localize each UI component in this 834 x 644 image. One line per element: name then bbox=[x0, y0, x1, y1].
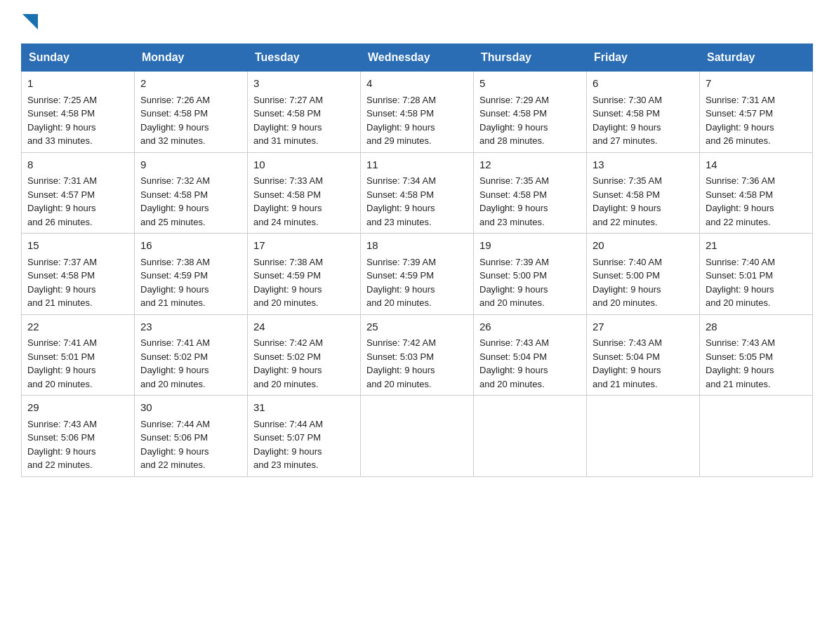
day-info: Sunrise: 7:38 AMSunset: 4:59 PMDaylight:… bbox=[253, 257, 323, 309]
day-number: 29 bbox=[27, 400, 128, 416]
day-info: Sunrise: 7:41 AMSunset: 5:02 PMDaylight:… bbox=[140, 337, 210, 389]
day-info: Sunrise: 7:35 AMSunset: 4:58 PMDaylight:… bbox=[593, 175, 662, 227]
day-number: 8 bbox=[27, 157, 128, 173]
day-cell: 14Sunrise: 7:36 AMSunset: 4:58 PMDayligh… bbox=[700, 152, 813, 234]
week-row-5: 29Sunrise: 7:43 AMSunset: 5:06 PMDayligh… bbox=[22, 396, 813, 477]
days-header-row: SundayMondayTuesdayWednesdayThursdayFrid… bbox=[22, 44, 813, 72]
day-info: Sunrise: 7:39 AMSunset: 5:00 PMDaylight:… bbox=[479, 257, 549, 309]
day-cell: 8Sunrise: 7:31 AMSunset: 4:57 PMDaylight… bbox=[22, 152, 135, 234]
page-header bbox=[21, 14, 813, 29]
day-number: 1 bbox=[27, 76, 128, 92]
day-number: 25 bbox=[366, 319, 468, 335]
day-cell: 1Sunrise: 7:25 AMSunset: 4:58 PMDaylight… bbox=[22, 72, 135, 153]
day-info: Sunrise: 7:39 AMSunset: 4:59 PMDaylight:… bbox=[366, 257, 436, 309]
day-cell: 9Sunrise: 7:32 AMSunset: 4:58 PMDaylight… bbox=[135, 152, 248, 234]
day-info: Sunrise: 7:43 AMSunset: 5:05 PMDaylight:… bbox=[706, 337, 775, 389]
day-number: 21 bbox=[706, 238, 807, 254]
day-cell: 11Sunrise: 7:34 AMSunset: 4:58 PMDayligh… bbox=[361, 152, 474, 234]
header-wednesday: Wednesday bbox=[361, 44, 474, 72]
header-saturday: Saturday bbox=[700, 44, 813, 72]
day-info: Sunrise: 7:35 AMSunset: 4:58 PMDaylight:… bbox=[479, 175, 549, 227]
day-number: 31 bbox=[253, 400, 355, 416]
day-cell: 31Sunrise: 7:44 AMSunset: 5:07 PMDayligh… bbox=[248, 396, 361, 477]
week-row-4: 22Sunrise: 7:41 AMSunset: 5:01 PMDayligh… bbox=[22, 314, 813, 396]
day-number: 7 bbox=[706, 76, 807, 92]
day-cell: 27Sunrise: 7:43 AMSunset: 5:04 PMDayligh… bbox=[587, 314, 700, 396]
day-number: 14 bbox=[706, 157, 807, 173]
day-cell: 12Sunrise: 7:35 AMSunset: 4:58 PMDayligh… bbox=[474, 152, 587, 234]
day-info: Sunrise: 7:31 AMSunset: 4:57 PMDaylight:… bbox=[706, 95, 775, 147]
day-cell: 26Sunrise: 7:43 AMSunset: 5:04 PMDayligh… bbox=[474, 314, 587, 396]
day-number: 2 bbox=[140, 76, 241, 92]
day-number: 30 bbox=[140, 400, 241, 416]
day-number: 5 bbox=[479, 76, 581, 92]
day-info: Sunrise: 7:43 AMSunset: 5:06 PMDaylight:… bbox=[27, 419, 97, 471]
day-cell: 3Sunrise: 7:27 AMSunset: 4:58 PMDaylight… bbox=[248, 72, 361, 153]
day-number: 27 bbox=[593, 319, 694, 335]
day-info: Sunrise: 7:44 AMSunset: 5:06 PMDaylight:… bbox=[140, 419, 210, 471]
day-cell: 17Sunrise: 7:38 AMSunset: 4:59 PMDayligh… bbox=[248, 234, 361, 315]
day-cell: 6Sunrise: 7:30 AMSunset: 4:58 PMDaylight… bbox=[587, 72, 700, 153]
day-cell: 20Sunrise: 7:40 AMSunset: 5:00 PMDayligh… bbox=[587, 234, 700, 315]
day-number: 18 bbox=[366, 238, 468, 254]
day-cell bbox=[474, 396, 587, 477]
day-info: Sunrise: 7:27 AMSunset: 4:58 PMDaylight:… bbox=[253, 95, 323, 147]
day-info: Sunrise: 7:34 AMSunset: 4:58 PMDaylight:… bbox=[366, 175, 436, 227]
logo-triangle-icon bbox=[22, 14, 38, 29]
day-number: 22 bbox=[27, 319, 128, 335]
day-info: Sunrise: 7:28 AMSunset: 4:58 PMDaylight:… bbox=[366, 95, 436, 147]
day-info: Sunrise: 7:40 AMSunset: 5:00 PMDaylight:… bbox=[593, 257, 662, 309]
day-cell: 16Sunrise: 7:38 AMSunset: 4:59 PMDayligh… bbox=[135, 234, 248, 315]
day-number: 23 bbox=[140, 319, 241, 335]
header-tuesday: Tuesday bbox=[248, 44, 361, 72]
day-number: 28 bbox=[706, 319, 807, 335]
day-cell: 15Sunrise: 7:37 AMSunset: 4:58 PMDayligh… bbox=[22, 234, 135, 315]
day-number: 16 bbox=[140, 238, 241, 254]
week-row-3: 15Sunrise: 7:37 AMSunset: 4:58 PMDayligh… bbox=[22, 234, 813, 315]
day-info: Sunrise: 7:36 AMSunset: 4:58 PMDaylight:… bbox=[706, 175, 775, 227]
day-info: Sunrise: 7:37 AMSunset: 4:58 PMDaylight:… bbox=[27, 257, 97, 309]
day-number: 9 bbox=[140, 157, 241, 173]
day-cell: 25Sunrise: 7:42 AMSunset: 5:03 PMDayligh… bbox=[361, 314, 474, 396]
day-cell: 30Sunrise: 7:44 AMSunset: 5:06 PMDayligh… bbox=[135, 396, 248, 477]
day-cell: 2Sunrise: 7:26 AMSunset: 4:58 PMDaylight… bbox=[135, 72, 248, 153]
day-number: 15 bbox=[27, 238, 128, 254]
day-number: 6 bbox=[593, 76, 694, 92]
day-info: Sunrise: 7:43 AMSunset: 5:04 PMDaylight:… bbox=[479, 337, 549, 389]
header-monday: Monday bbox=[135, 44, 248, 72]
day-cell: 29Sunrise: 7:43 AMSunset: 5:06 PMDayligh… bbox=[22, 396, 135, 477]
header-friday: Friday bbox=[587, 44, 700, 72]
day-cell: 18Sunrise: 7:39 AMSunset: 4:59 PMDayligh… bbox=[361, 234, 474, 315]
day-info: Sunrise: 7:42 AMSunset: 5:02 PMDaylight:… bbox=[253, 337, 323, 389]
header-sunday: Sunday bbox=[22, 44, 135, 72]
day-cell: 24Sunrise: 7:42 AMSunset: 5:02 PMDayligh… bbox=[248, 314, 361, 396]
day-number: 11 bbox=[366, 157, 468, 173]
day-number: 12 bbox=[479, 157, 581, 173]
day-info: Sunrise: 7:43 AMSunset: 5:04 PMDaylight:… bbox=[593, 337, 662, 389]
day-cell: 13Sunrise: 7:35 AMSunset: 4:58 PMDayligh… bbox=[587, 152, 700, 234]
day-info: Sunrise: 7:38 AMSunset: 4:59 PMDaylight:… bbox=[140, 257, 210, 309]
day-cell: 10Sunrise: 7:33 AMSunset: 4:58 PMDayligh… bbox=[248, 152, 361, 234]
day-info: Sunrise: 7:44 AMSunset: 5:07 PMDaylight:… bbox=[253, 419, 323, 471]
week-row-1: 1Sunrise: 7:25 AMSunset: 4:58 PMDaylight… bbox=[22, 72, 813, 153]
day-info: Sunrise: 7:33 AMSunset: 4:58 PMDaylight:… bbox=[253, 175, 323, 227]
day-info: Sunrise: 7:29 AMSunset: 4:58 PMDaylight:… bbox=[479, 95, 549, 147]
day-cell bbox=[361, 396, 474, 477]
day-info: Sunrise: 7:31 AMSunset: 4:57 PMDaylight:… bbox=[27, 175, 97, 227]
day-number: 24 bbox=[253, 319, 355, 335]
day-info: Sunrise: 7:25 AMSunset: 4:58 PMDaylight:… bbox=[27, 95, 97, 147]
svg-marker-0 bbox=[22, 14, 38, 29]
week-row-2: 8Sunrise: 7:31 AMSunset: 4:57 PMDaylight… bbox=[22, 152, 813, 234]
day-cell: 22Sunrise: 7:41 AMSunset: 5:01 PMDayligh… bbox=[22, 314, 135, 396]
day-cell: 28Sunrise: 7:43 AMSunset: 5:05 PMDayligh… bbox=[700, 314, 813, 396]
day-cell: 4Sunrise: 7:28 AMSunset: 4:58 PMDaylight… bbox=[361, 72, 474, 153]
day-info: Sunrise: 7:40 AMSunset: 5:01 PMDaylight:… bbox=[706, 257, 775, 309]
day-cell: 19Sunrise: 7:39 AMSunset: 5:00 PMDayligh… bbox=[474, 234, 587, 315]
logo bbox=[21, 14, 38, 29]
day-cell bbox=[587, 396, 700, 477]
day-number: 26 bbox=[479, 319, 581, 335]
day-number: 17 bbox=[253, 238, 355, 254]
day-cell bbox=[700, 396, 813, 477]
header-thursday: Thursday bbox=[474, 44, 587, 72]
day-number: 10 bbox=[253, 157, 355, 173]
